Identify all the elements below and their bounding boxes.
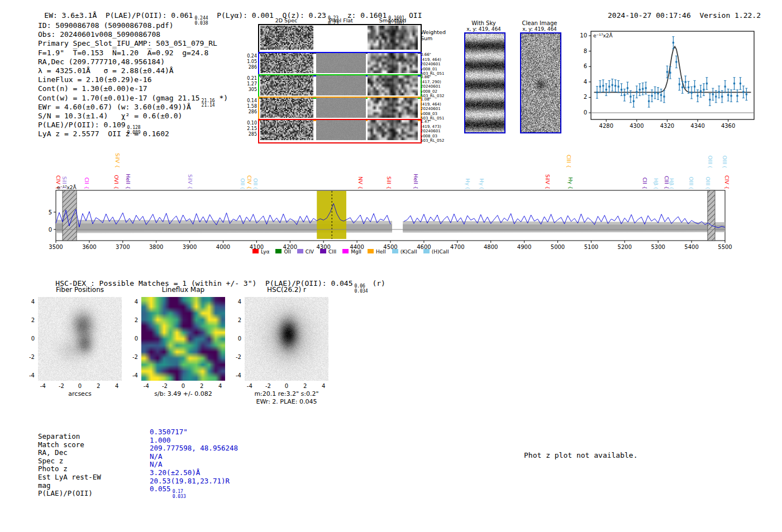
svg-text:0: 0 xyxy=(584,109,587,116)
legend-item: OII xyxy=(275,249,290,255)
map-xtick: -4 xyxy=(244,383,255,389)
pixel-flat-image xyxy=(316,98,366,118)
with-sky-title: With Sky xyxy=(464,20,503,26)
legend-swatch xyxy=(342,249,349,253)
lineflux-map-title: Lineflux Map xyxy=(141,286,225,294)
svg-text:5500: 5500 xyxy=(718,244,732,250)
report-version: Version 1.22.2 xyxy=(699,11,761,20)
legend-item: (H)CaII xyxy=(423,249,449,255)
map-xtick: 4 xyxy=(318,383,329,389)
legend-label: (H)CaII xyxy=(432,249,449,255)
info-line: LineFlux = 2.10(±0.29)e-16 xyxy=(38,75,228,84)
with-sky-image xyxy=(464,32,506,133)
detection-info-block: ID: 5090086708 (5090086708.pdf)Obs: 2024… xyxy=(38,21,228,138)
legend-swatch xyxy=(320,249,326,253)
map-ytick: -4 xyxy=(26,372,35,378)
map-ytick: 0 xyxy=(232,336,241,342)
lineflux-image xyxy=(141,297,225,381)
map-ytick: 2 xyxy=(232,317,241,323)
legend-swatch xyxy=(368,249,374,253)
smoothed-image xyxy=(368,26,418,50)
map-image xyxy=(245,297,328,381)
map-xtick: 2 xyxy=(196,383,207,389)
cutout-row-right-labels: 1.47"(419, 473)20240601v008_03503_RL_052 xyxy=(421,119,455,143)
smoothed-image xyxy=(368,98,418,118)
info-line: λ = 4325.01Å σ = 2.88(±0.44)Å xyxy=(38,66,228,75)
match-row-label: Est LyA rest-EW xyxy=(38,473,101,481)
hsc-dex-tail: (r) xyxy=(368,279,385,287)
clean-image-coords: x, y: 419, 464 xyxy=(520,26,559,32)
info-line: RA,Dec (209.777710,48.956184) xyxy=(38,57,228,66)
with-sky-coords: x, y: 419, 464 xyxy=(464,26,503,32)
cutout-row-left-labels: 0.211.27305 xyxy=(246,76,257,93)
map-xtick: -2 xyxy=(56,383,67,389)
map-ytick: 0 xyxy=(129,336,138,342)
info-line: EWr = 4.60(±0.67) (w: 3.60(±0.49))Å xyxy=(38,103,228,112)
fiber-xlabel: arcsecs xyxy=(27,390,133,397)
map-ytick: 4 xyxy=(129,299,138,305)
map-xtick: -2 xyxy=(263,383,274,389)
legend-item: (K)CaII xyxy=(392,249,417,255)
svg-text:3600: 3600 xyxy=(82,244,96,250)
match-row-value: 209.777598, 48.956248 xyxy=(150,444,238,452)
2d-spec-image xyxy=(260,53,313,73)
weighted-sum-label: Weighted Sum xyxy=(421,29,455,41)
info-line: P(LAE)/P(OII): 0.1090.1280.089 xyxy=(38,121,228,130)
legend-label: HeII xyxy=(376,249,386,255)
photz-note: Phot z plot not available. xyxy=(524,451,638,459)
match-row-label: RA, Dec xyxy=(38,448,68,457)
svg-text:4700: 4700 xyxy=(450,244,464,250)
2d-spec-image xyxy=(260,75,313,95)
legend-item: CIII xyxy=(320,249,336,255)
pixel-flat-image xyxy=(316,120,366,140)
pixel-flat-image xyxy=(316,75,366,95)
match-row-value: 20.53(19.81,23.71)R xyxy=(150,477,230,485)
map-xtick: 0 xyxy=(74,383,85,389)
map-ytick: 4 xyxy=(232,299,241,305)
legend-swatch xyxy=(252,249,259,253)
map-ytick: 4 xyxy=(26,299,35,305)
svg-text:3800: 3800 xyxy=(149,244,163,250)
match-row-label: P(LAE)/P(OII) xyxy=(38,489,93,497)
2d-spec-image xyxy=(260,120,313,140)
info-line: ID: 5090086708 (5090086708.pdf) xyxy=(38,21,228,30)
info-line: F=1.9" T̅=0.153 N̅=1.20 A̅=0.92 g=24.8 xyxy=(38,49,228,57)
match-row-label: mag xyxy=(38,481,51,490)
svg-text:e⁻¹⁷x2Å: e⁻¹⁷x2Å xyxy=(57,184,77,190)
map-image xyxy=(38,297,122,381)
legend-label: (K)CaII xyxy=(400,249,417,255)
cutout-row-right-labels: 1.08"(419, 464)20240601v008_03503_RL_051 xyxy=(421,97,455,121)
map-ytick: 2 xyxy=(26,317,35,323)
info-line: Primary Spec_Slot_IFU_AMP: 503_051_079_R… xyxy=(38,39,228,48)
svg-text:8: 8 xyxy=(584,48,587,54)
map-ytick: -4 xyxy=(129,372,138,378)
svg-text:5300: 5300 xyxy=(651,244,665,250)
map-xtick: 4 xyxy=(111,383,122,389)
svg-text:4280: 4280 xyxy=(599,123,613,129)
svg-text:5000: 5000 xyxy=(551,244,565,250)
match-row-value: 0.0550.170.033 xyxy=(150,485,186,499)
map-xtick: -4 xyxy=(141,383,152,389)
match-row-label: Photo z xyxy=(38,464,68,473)
svg-text:4300: 4300 xyxy=(630,123,643,129)
svg-text:e⁻¹⁷x2Å: e⁻¹⁷x2Å xyxy=(593,32,613,39)
hsc-xlabel2: EWr: 2. PLAE: 0.045 xyxy=(233,398,340,405)
svg-text:5200: 5200 xyxy=(618,244,632,250)
lineflux-xlabel: s/b: 3.49 +/- 0.082 xyxy=(130,390,236,397)
info-frac: 21.1621.14 xyxy=(202,99,215,108)
legend-item: CIV xyxy=(297,249,314,255)
svg-text:10: 10 xyxy=(580,32,587,39)
cutout-row-left-labels: 0.141.58286 xyxy=(246,98,257,115)
legend-label: OII xyxy=(284,249,290,255)
match-value-frac: 0.170.033 xyxy=(173,490,186,499)
map-ytick: -4 xyxy=(232,372,241,378)
map-ytick: 2 xyxy=(129,317,138,323)
legend-item: MgII xyxy=(342,249,361,255)
cutout-row-right-labels: 0.66"(419, 464)20240601v008_01503_RL_051 xyxy=(421,52,455,76)
cutout-row-right-labels: 0.86"(417, 290)20240601v008_02503_RL_032 xyxy=(421,75,455,99)
hsc-xlabel: m:20.1 re:3.2" s:0.2" xyxy=(233,390,340,397)
svg-text:3500: 3500 xyxy=(49,244,63,250)
map-xtick: -2 xyxy=(159,383,170,389)
match-row-value: 1.000 xyxy=(150,436,171,444)
clean-image xyxy=(520,32,561,133)
